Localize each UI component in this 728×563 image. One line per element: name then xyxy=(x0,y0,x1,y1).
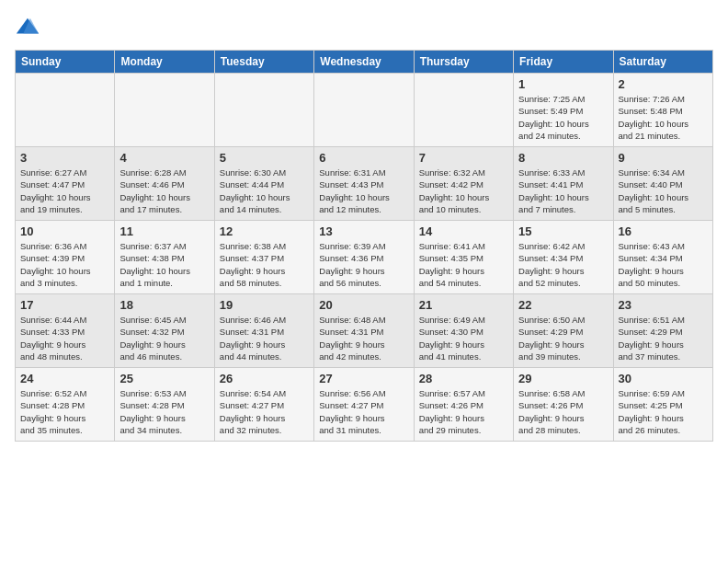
calendar-cell xyxy=(214,74,313,147)
calendar-cell xyxy=(414,74,513,147)
calendar-cell: 29Sunrise: 6:58 AM Sunset: 4:26 PM Dayli… xyxy=(514,368,613,442)
cell-content: Sunrise: 6:39 AM Sunset: 4:36 PM Dayligh… xyxy=(319,240,408,289)
calendar-cell: 11Sunrise: 6:37 AM Sunset: 4:38 PM Dayli… xyxy=(115,221,214,294)
day-number: 8 xyxy=(518,151,608,165)
column-header-wednesday: Wednesday xyxy=(314,51,414,74)
day-number: 3 xyxy=(20,151,109,165)
cell-content: Sunrise: 6:51 AM Sunset: 4:29 PM Dayligh… xyxy=(619,314,708,362)
calendar-cell: 8Sunrise: 6:33 AM Sunset: 4:41 PM Daylig… xyxy=(514,147,613,221)
cell-content: Sunrise: 6:34 AM Sunset: 4:40 PM Dayligh… xyxy=(619,167,708,215)
calendar-cell: 15Sunrise: 6:42 AM Sunset: 4:34 PM Dayli… xyxy=(514,221,613,294)
calendar-cell xyxy=(16,74,115,147)
cell-content: Sunrise: 6:58 AM Sunset: 4:26 PM Dayligh… xyxy=(518,387,608,436)
cell-content: Sunrise: 6:33 AM Sunset: 4:41 PM Dayligh… xyxy=(518,167,608,215)
calendar-cell: 13Sunrise: 6:39 AM Sunset: 4:36 PM Dayli… xyxy=(314,221,414,294)
cell-content: Sunrise: 6:28 AM Sunset: 4:46 PM Dayligh… xyxy=(119,167,209,215)
day-number: 22 xyxy=(518,298,608,312)
calendar-cell: 23Sunrise: 6:51 AM Sunset: 4:29 PM Dayli… xyxy=(613,294,712,368)
cell-content: Sunrise: 6:30 AM Sunset: 4:44 PM Dayligh… xyxy=(220,167,309,215)
day-number: 26 xyxy=(220,372,309,385)
calendar-cell: 30Sunrise: 6:59 AM Sunset: 4:25 PM Dayli… xyxy=(613,368,712,442)
cell-content: Sunrise: 7:25 AM Sunset: 5:49 PM Dayligh… xyxy=(518,93,608,142)
cell-content: Sunrise: 6:59 AM Sunset: 4:25 PM Dayligh… xyxy=(619,387,708,436)
calendar-cell: 3Sunrise: 6:27 AM Sunset: 4:47 PM Daylig… xyxy=(16,147,115,221)
day-number: 13 xyxy=(319,224,408,238)
day-number: 15 xyxy=(518,224,608,238)
calendar-cell: 6Sunrise: 6:31 AM Sunset: 4:43 PM Daylig… xyxy=(314,147,414,221)
calendar-cell: 14Sunrise: 6:41 AM Sunset: 4:35 PM Dayli… xyxy=(414,221,513,294)
day-number: 17 xyxy=(20,298,109,312)
day-number: 14 xyxy=(419,224,508,238)
column-header-monday: Monday xyxy=(115,51,214,74)
calendar-cell: 24Sunrise: 6:52 AM Sunset: 4:28 PM Dayli… xyxy=(16,368,115,442)
day-number: 18 xyxy=(119,298,209,312)
cell-content: Sunrise: 6:52 AM Sunset: 4:28 PM Dayligh… xyxy=(20,387,109,436)
calendar-week-row: 17Sunrise: 6:44 AM Sunset: 4:33 PM Dayli… xyxy=(16,294,713,368)
calendar-cell: 27Sunrise: 6:56 AM Sunset: 4:27 PM Dayli… xyxy=(314,368,414,442)
cell-content: Sunrise: 6:50 AM Sunset: 4:29 PM Dayligh… xyxy=(518,314,608,362)
calendar-header-row: SundayMondayTuesdayWednesdayThursdayFrid… xyxy=(16,51,713,74)
calendar-cell: 17Sunrise: 6:44 AM Sunset: 4:33 PM Dayli… xyxy=(16,294,115,368)
calendar-cell: 21Sunrise: 6:49 AM Sunset: 4:30 PM Dayli… xyxy=(414,294,513,368)
cell-content: Sunrise: 6:31 AM Sunset: 4:43 PM Dayligh… xyxy=(319,167,408,215)
calendar-cell: 20Sunrise: 6:48 AM Sunset: 4:31 PM Dayli… xyxy=(314,294,414,368)
calendar-cell: 28Sunrise: 6:57 AM Sunset: 4:26 PM Dayli… xyxy=(414,368,513,442)
calendar-cell: 22Sunrise: 6:50 AM Sunset: 4:29 PM Dayli… xyxy=(514,294,613,368)
day-number: 21 xyxy=(419,298,508,312)
calendar-cell: 5Sunrise: 6:30 AM Sunset: 4:44 PM Daylig… xyxy=(214,147,313,221)
day-number: 16 xyxy=(619,224,708,238)
calendar-cell: 25Sunrise: 6:53 AM Sunset: 4:28 PM Dayli… xyxy=(115,368,214,442)
cell-content: Sunrise: 6:49 AM Sunset: 4:30 PM Dayligh… xyxy=(419,314,508,362)
day-number: 28 xyxy=(419,372,508,385)
cell-content: Sunrise: 6:27 AM Sunset: 4:47 PM Dayligh… xyxy=(20,167,109,215)
calendar-cell: 26Sunrise: 6:54 AM Sunset: 4:27 PM Dayli… xyxy=(214,368,313,442)
column-header-saturday: Saturday xyxy=(613,51,712,74)
day-number: 4 xyxy=(119,151,209,165)
day-number: 30 xyxy=(619,372,708,385)
page-header xyxy=(15,15,713,40)
day-number: 5 xyxy=(220,151,309,165)
cell-content: Sunrise: 6:42 AM Sunset: 4:34 PM Dayligh… xyxy=(518,240,608,289)
cell-content: Sunrise: 6:44 AM Sunset: 4:33 PM Dayligh… xyxy=(20,314,109,362)
column-header-thursday: Thursday xyxy=(414,51,513,74)
cell-content: Sunrise: 6:53 AM Sunset: 4:28 PM Dayligh… xyxy=(119,387,209,436)
cell-content: Sunrise: 6:46 AM Sunset: 4:31 PM Dayligh… xyxy=(220,314,309,362)
calendar-cell: 1Sunrise: 7:25 AM Sunset: 5:49 PM Daylig… xyxy=(514,74,613,147)
calendar-cell: 7Sunrise: 6:32 AM Sunset: 4:42 PM Daylig… xyxy=(414,147,513,221)
day-number: 19 xyxy=(220,298,309,312)
cell-content: Sunrise: 6:45 AM Sunset: 4:32 PM Dayligh… xyxy=(119,314,209,362)
day-number: 12 xyxy=(220,224,309,238)
calendar-cell: 12Sunrise: 6:38 AM Sunset: 4:37 PM Dayli… xyxy=(214,221,313,294)
cell-content: Sunrise: 6:57 AM Sunset: 4:26 PM Dayligh… xyxy=(419,387,508,436)
calendar-table: SundayMondayTuesdayWednesdayThursdayFrid… xyxy=(15,50,713,442)
day-number: 9 xyxy=(619,151,708,165)
day-number: 27 xyxy=(319,372,408,385)
day-number: 24 xyxy=(20,372,109,385)
day-number: 2 xyxy=(619,77,708,91)
cell-content: Sunrise: 7:26 AM Sunset: 5:48 PM Dayligh… xyxy=(619,93,708,142)
cell-content: Sunrise: 6:36 AM Sunset: 4:39 PM Dayligh… xyxy=(20,240,109,289)
calendar-week-row: 3Sunrise: 6:27 AM Sunset: 4:47 PM Daylig… xyxy=(16,147,713,221)
calendar-cell: 16Sunrise: 6:43 AM Sunset: 4:34 PM Dayli… xyxy=(613,221,712,294)
calendar-cell xyxy=(115,74,214,147)
column-header-friday: Friday xyxy=(514,51,613,74)
cell-content: Sunrise: 6:38 AM Sunset: 4:37 PM Dayligh… xyxy=(220,240,309,289)
logo-icon xyxy=(15,15,40,40)
cell-content: Sunrise: 6:32 AM Sunset: 4:42 PM Dayligh… xyxy=(419,167,508,215)
day-number: 29 xyxy=(518,372,608,385)
column-header-tuesday: Tuesday xyxy=(214,51,313,74)
calendar-cell: 9Sunrise: 6:34 AM Sunset: 4:40 PM Daylig… xyxy=(613,147,712,221)
calendar-cell xyxy=(314,74,414,147)
calendar-cell: 10Sunrise: 6:36 AM Sunset: 4:39 PM Dayli… xyxy=(16,221,115,294)
day-number: 20 xyxy=(319,298,408,312)
column-header-sunday: Sunday xyxy=(16,51,115,74)
day-number: 6 xyxy=(319,151,408,165)
day-number: 1 xyxy=(518,77,608,91)
day-number: 10 xyxy=(20,224,109,238)
day-number: 23 xyxy=(619,298,708,312)
calendar-week-row: 1Sunrise: 7:25 AM Sunset: 5:49 PM Daylig… xyxy=(16,74,713,147)
calendar-week-row: 24Sunrise: 6:52 AM Sunset: 4:28 PM Dayli… xyxy=(16,368,713,442)
day-number: 11 xyxy=(119,224,209,238)
cell-content: Sunrise: 6:48 AM Sunset: 4:31 PM Dayligh… xyxy=(319,314,408,362)
cell-content: Sunrise: 6:54 AM Sunset: 4:27 PM Dayligh… xyxy=(220,387,309,436)
